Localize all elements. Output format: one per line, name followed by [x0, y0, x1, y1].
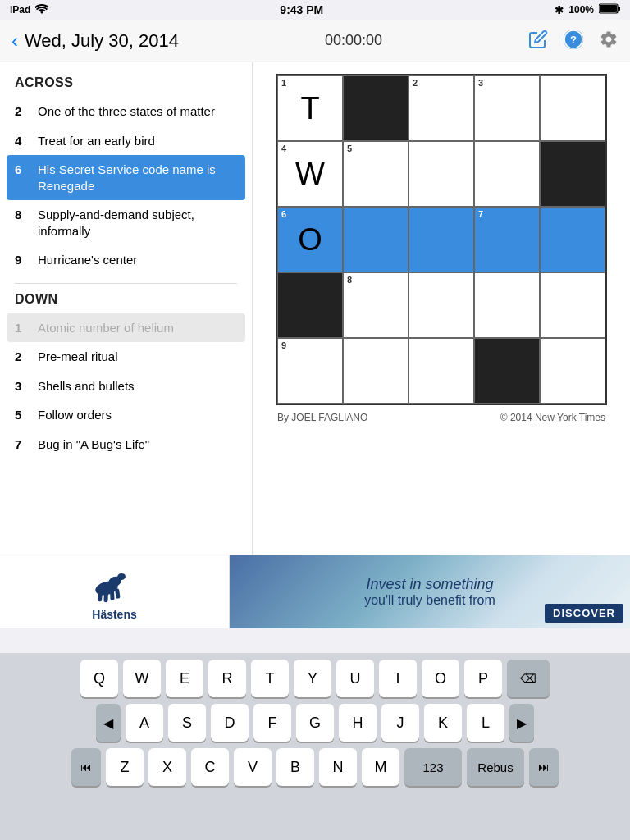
header-actions: ?: [528, 29, 619, 53]
bluetooth-icon: ✱: [555, 4, 564, 16]
grid-credit: By JOEL FAGLIANO © 2014 New York Times: [277, 412, 605, 423]
key-o[interactable]: O: [422, 660, 459, 697]
key-h[interactable]: H: [339, 704, 377, 742]
key-g[interactable]: G: [296, 704, 334, 742]
clue-down-1[interactable]: 1 Atomic number of helium: [7, 313, 245, 343]
key-b[interactable]: B: [276, 748, 314, 786]
key-j[interactable]: J: [381, 704, 419, 742]
cell-2-4[interactable]: [474, 141, 540, 207]
key-a[interactable]: A: [126, 704, 163, 742]
key-s[interactable]: S: [168, 704, 206, 742]
key-n[interactable]: N: [319, 748, 357, 786]
ad-banner[interactable]: Hästens Invest in something you'll truly…: [0, 555, 630, 628]
clue-across-8[interactable]: 8 Supply-and-demand subject, informally: [0, 200, 252, 245]
ad-tagline1: Invest in something: [366, 576, 493, 593]
key-left-arrow[interactable]: ◀: [96, 704, 121, 742]
across-title: ACROSS: [0, 75, 252, 97]
svg-rect-1: [600, 5, 617, 12]
clue-down-2[interactable]: 2 Pre-meal ritual: [0, 342, 252, 372]
key-d[interactable]: D: [211, 704, 249, 742]
svg-rect-2: [618, 7, 620, 11]
cell-3-2[interactable]: [343, 207, 409, 272]
cell-4-2[interactable]: 8: [343, 272, 409, 338]
cell-2-2[interactable]: 5: [343, 141, 409, 207]
key-t[interactable]: T: [251, 660, 289, 697]
clue-across-6[interactable]: 6 His Secret Service code name is Renega…: [7, 155, 245, 200]
cell-1-3[interactable]: 2: [409, 75, 474, 141]
status-right: ✱ 100%: [555, 3, 620, 16]
svg-rect-9: [97, 591, 102, 601]
timer-display: 00:00:00: [325, 32, 382, 49]
cell-3-4[interactable]: 7: [474, 207, 540, 272]
cell-5-3[interactable]: [409, 338, 474, 404]
help-icon[interactable]: ?: [563, 29, 584, 53]
key-delete[interactable]: ⌫: [507, 660, 550, 697]
header: ‹ Wed, July 30, 2014 00:00:00 ?: [0, 20, 630, 62]
key-m[interactable]: M: [362, 748, 399, 786]
clue-across-4[interactable]: 4 Treat for an early bird: [0, 126, 252, 156]
clue-down-7[interactable]: 7 Bug in "A Bug's Life": [0, 430, 252, 459]
cell-5-2[interactable]: [343, 338, 409, 404]
clue-number: 5: [15, 407, 30, 423]
cell-5-1[interactable]: 9: [277, 338, 343, 404]
key-double-left[interactable]: ⏮: [71, 748, 101, 786]
key-right-arrow[interactable]: ▶: [509, 704, 534, 742]
clue-text: Follow orders: [38, 407, 112, 423]
key-y[interactable]: Y: [294, 660, 331, 697]
clue-across-2[interactable]: 2 One of the three states of matter: [0, 97, 252, 126]
clue-number: 9: [15, 252, 30, 268]
cell-3-1[interactable]: 6 O: [277, 207, 343, 272]
clue-number: 7: [15, 436, 30, 453]
key-i[interactable]: I: [379, 660, 417, 697]
cell-5-4: [474, 338, 540, 404]
key-v[interactable]: V: [234, 748, 272, 786]
down-title: DOWN: [0, 292, 252, 313]
cell-4-5[interactable]: [540, 272, 605, 338]
cell-3-3[interactable]: [409, 207, 474, 272]
cell-number: 6: [281, 210, 286, 219]
key-rebus[interactable]: Rebus: [467, 748, 524, 786]
back-button[interactable]: ‹: [11, 30, 18, 52]
key-c[interactable]: C: [191, 748, 229, 786]
clue-text: Hurricane's center: [38, 252, 137, 268]
svg-rect-10: [103, 592, 108, 602]
key-u[interactable]: U: [336, 660, 374, 697]
key-p[interactable]: P: [464, 660, 502, 697]
cell-2-3[interactable]: [409, 141, 474, 207]
cell-1-1[interactable]: 1 T: [277, 75, 343, 141]
cell-4-4[interactable]: [474, 272, 540, 338]
key-q[interactable]: Q: [80, 660, 118, 697]
cell-number: 2: [413, 79, 418, 88]
key-k[interactable]: K: [424, 704, 462, 742]
cell-3-5[interactable]: [540, 207, 605, 272]
page-title: Wed, July 30, 2014: [25, 30, 179, 52]
ad-cta[interactable]: DISCOVER: [545, 604, 623, 623]
key-w[interactable]: W: [123, 660, 161, 697]
clue-divider: [15, 283, 237, 284]
edit-icon[interactable]: [528, 30, 548, 52]
cell-1-5[interactable]: [540, 75, 605, 141]
key-x[interactable]: X: [148, 748, 186, 786]
crossword-grid[interactable]: 1 T 2 3 4 W 5: [276, 74, 607, 405]
clue-text: Bug in "A Bug's Life": [38, 436, 149, 453]
key-double-right[interactable]: ⏭: [529, 748, 559, 786]
cell-4-3[interactable]: [409, 272, 474, 338]
clue-down-3[interactable]: 3 Shells and bullets: [0, 372, 252, 401]
key-f[interactable]: F: [253, 704, 291, 742]
key-z[interactable]: Z: [106, 748, 144, 786]
settings-icon[interactable]: [599, 30, 619, 52]
cell-1-2: [343, 75, 409, 141]
key-e[interactable]: E: [166, 660, 203, 697]
cell-1-4[interactable]: 3: [474, 75, 540, 141]
key-123[interactable]: 123: [404, 748, 462, 786]
clue-number: 3: [15, 378, 30, 395]
key-l[interactable]: L: [467, 704, 504, 742]
key-r[interactable]: R: [208, 660, 246, 697]
keyboard: Q W E R T Y U I O P ⌫ ◀ A S D F G H J K …: [0, 653, 630, 840]
cell-2-1[interactable]: 4 W: [277, 141, 343, 207]
clue-number: 2: [15, 103, 30, 120]
clue-across-9[interactable]: 9 Hurricane's center: [0, 245, 252, 275]
clue-text: Shells and bullets: [38, 378, 135, 395]
clue-down-5[interactable]: 5 Follow orders: [0, 400, 252, 430]
cell-5-5[interactable]: [540, 338, 605, 404]
